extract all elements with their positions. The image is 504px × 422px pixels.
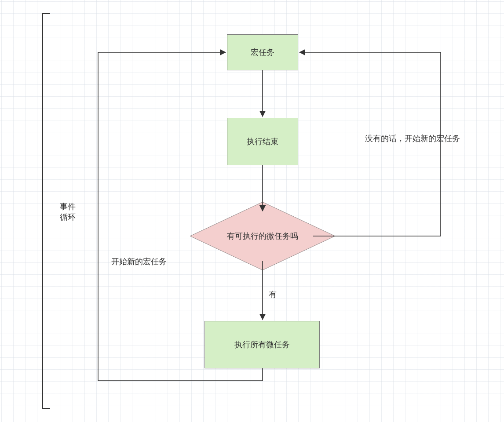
edge-hasmicro-to-macro-right — [299, 52, 441, 236]
edge-runmicro-to-macro-left — [98, 52, 263, 381]
edges-layer — [0, 0, 504, 422]
diagram-canvas: 事件 循环 宏任务 执行结束 有可执行的微任务吗 执行所有微任务 有 没有的话，… — [0, 0, 504, 422]
